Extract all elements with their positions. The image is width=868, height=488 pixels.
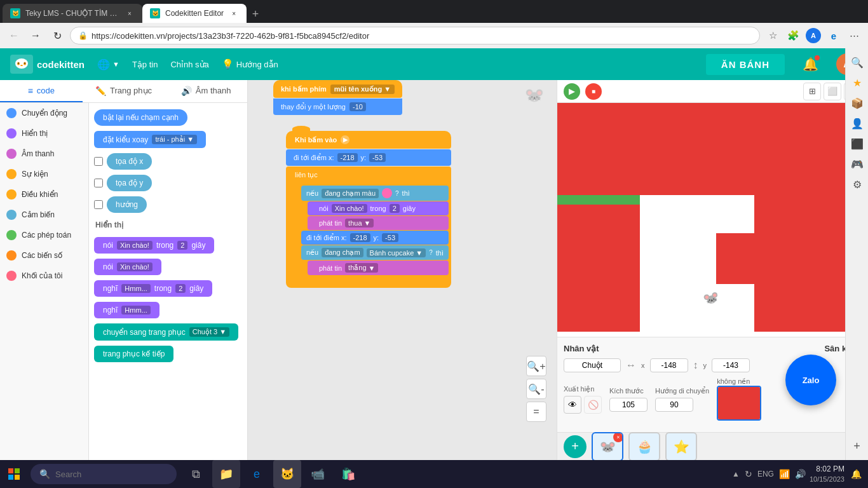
volume-icon[interactable]: 🔊 [795, 469, 806, 479]
category-myblocks[interactable]: Khối của tôi [0, 266, 88, 286]
hidden-icons-btn[interactable]: ▲ [732, 470, 740, 478]
category-motion[interactable]: Chuyển động [0, 103, 88, 123]
block-nghi-trong-giay[interactable]: nghĩ Hmm... trong 2 giây [94, 280, 212, 297]
say-block[interactable]: nói Xin chào! trong 2 giây [308, 201, 449, 215]
notification-center-icon[interactable]: 🔔 [851, 469, 862, 479]
block-noi-trong-giay[interactable]: nói Xin chào! trong 2 giây [94, 237, 214, 254]
notification-button[interactable]: 🔔 [803, 57, 818, 72]
side-icon-favorites[interactable]: ★ [848, 74, 866, 92]
category-control[interactable]: Điều khiển [0, 184, 88, 205]
zoom-in-button[interactable]: 🔍+ [526, 356, 546, 376]
tab-sound[interactable]: 🔊 Âm thanh [165, 80, 247, 102]
event-block-arrow[interactable]: khi bấm phím mũi tên xuống ▼ [273, 80, 402, 98]
tab-codekitten-close[interactable]: × [229, 8, 239, 18]
store-taskbar-button[interactable]: 🛍️ [334, 460, 362, 488]
zoom-out-button[interactable]: 🔍- [526, 379, 546, 399]
motion-block-canvas[interactable]: thay đổi y một lượng -10 [273, 98, 402, 115]
huong-checkbox[interactable] [94, 200, 103, 209]
side-icon-profile[interactable]: 👤 [848, 114, 866, 132]
code-area[interactable]: khi bấm phím mũi tên xuống ▼ thay đổi y … [248, 80, 557, 460]
taskbar-search-input[interactable] [55, 470, 163, 479]
teky-taskbar-button[interactable]: 🐱 [273, 460, 301, 488]
nav-refresh-button[interactable]: ↻ [48, 27, 66, 44]
category-operator[interactable]: Các phép toán [0, 225, 88, 245]
edge-taskbar-button[interactable]: e [243, 460, 271, 488]
toa-do-x-checkbox[interactable] [94, 157, 103, 166]
block-nghi[interactable]: nghĩ Hmm... [94, 302, 159, 318]
tab-codekitten-editor[interactable]: 🐱 Codekitten Editor × [142, 4, 247, 23]
y-input[interactable] [712, 358, 750, 372]
toa-do-y-checkbox[interactable] [94, 179, 103, 187]
category-sound[interactable]: Âm thanh [0, 144, 88, 164]
tab-teky-lms[interactable]: 🐱 Teky LMS - CHUỘT TÌM BÁNH × [3, 4, 142, 23]
side-icon-games[interactable]: 🎮 [848, 155, 866, 173]
stage-thumbnail[interactable] [717, 386, 761, 421]
block-toa-do-x[interactable]: tọa độ x [107, 153, 152, 170]
category-variables[interactable]: Các biến số [0, 245, 88, 266]
block-toa-do-y[interactable]: tọa độ y [107, 175, 152, 191]
start-button[interactable] [0, 460, 28, 488]
block-costume[interactable]: chuyển sang trang phục Chuột 3 ▼ [94, 323, 238, 341]
nav-globe[interactable]: 🌐▼ [97, 58, 119, 71]
category-event[interactable]: Sự kiện [0, 164, 88, 184]
broadcast-thua-block[interactable]: phát tin thua ▼ [308, 216, 449, 230]
taskbar-time[interactable]: 8:02 PM 10/15/2023 [810, 464, 844, 484]
event-click-hat[interactable]: Khi bấm vào ▶ [286, 131, 451, 149]
new-tab-button[interactable]: + [247, 5, 264, 23]
side-icon-search[interactable]: 🔍 [848, 53, 866, 71]
block-bat-lai[interactable]: bật lại nếu chạm cạnh [94, 109, 187, 126]
broadcast-thang-block[interactable]: phát tin thắng ▼ [308, 261, 449, 275]
zalo-button[interactable]: Zalo [785, 355, 836, 405]
wifi-icon[interactable]: 📶 [779, 469, 790, 479]
sprite-delete-1[interactable]: × [613, 432, 623, 442]
view-stage-button[interactable]: ⬜ [824, 83, 841, 100]
extension-button[interactable]: 🧩 [784, 27, 802, 44]
stop-button[interactable]: ■ [585, 83, 602, 100]
nav-huong-dan[interactable]: 💡 Hướng dẫn [222, 58, 278, 70]
profile-icon[interactable]: A [804, 27, 822, 44]
star-button[interactable]: ☆ [764, 27, 782, 44]
block-noi[interactable]: nói Xin chào! [94, 259, 161, 275]
sprite-thumb-1[interactable]: × 🐭 [592, 432, 623, 461]
edge-icon[interactable]: e [825, 27, 843, 44]
ck-logo[interactable]: codekitten [10, 55, 85, 74]
show-btn[interactable]: 👁 [564, 396, 581, 414]
if-cupcake-block[interactable]: nếu đang chạm Bánh cupcake ▼ ? thì [301, 245, 449, 260]
lang-indicator[interactable]: ENG [757, 470, 774, 478]
task-view-button[interactable]: ⧉ [182, 460, 210, 488]
if-color-block[interactable]: nếu đang chạm màu ? thì [301, 186, 449, 201]
block-costume2[interactable]: trang phục kế tiếp [94, 346, 173, 362]
forever-block-top[interactable]: liên tục [286, 166, 451, 183]
sprite-thumb-3[interactable]: ⭐ [665, 432, 697, 461]
nav-tap-tin[interactable]: Tập tin [132, 60, 158, 69]
nav-back-button[interactable]: ← [5, 27, 23, 44]
sprite-thumb-2[interactable]: 🧁 [628, 432, 660, 461]
file-explorer-button[interactable]: 📁 [212, 460, 240, 488]
side-icon-add[interactable]: + [848, 437, 866, 455]
green-flag-button[interactable]: ▶ [564, 83, 580, 100]
side-icon-apps[interactable]: ⬛ [848, 135, 866, 152]
nav-chinh-sua[interactable]: Chỉnh sửa [170, 60, 208, 69]
character-name-input[interactable] [564, 358, 621, 372]
zoom-taskbar-button[interactable]: 📹 [304, 460, 332, 488]
goto-block-1[interactable]: đi tới điểm x: -218 y: -53 [286, 149, 451, 166]
tab-teky-lms-close[interactable]: × [125, 8, 135, 18]
side-icon-settings[interactable]: ⚙ [848, 175, 866, 193]
address-bar[interactable]: 🔒 https://codekitten.vn/projects/13a23b3… [70, 27, 760, 44]
taskbar-search[interactable]: 🔍 [31, 464, 177, 484]
goto-block-2[interactable]: đi tới điểm x: -218 y: -53 [301, 231, 449, 245]
tab-costume[interactable]: ✏️ Trang phục [83, 80, 165, 102]
add-sprite-button[interactable]: + [564, 435, 587, 458]
refresh-icon[interactable]: ↻ [745, 469, 752, 479]
side-icon-collections[interactable]: 📦 [848, 94, 866, 112]
block-huong[interactable]: hướng [107, 196, 147, 213]
size-input[interactable] [609, 398, 648, 412]
category-sensing[interactable]: Cảm biến [0, 205, 88, 225]
hide-btn[interactable]: 🚫 [584, 396, 602, 414]
view-split-button[interactable]: ⊞ [803, 83, 821, 100]
nav-forward-button[interactable]: → [27, 27, 44, 44]
block-dat-kieu[interactable]: đặt kiểu xoay trái - phải ▼ [94, 131, 206, 148]
menu-button[interactable]: ⋯ [845, 27, 863, 44]
category-looks[interactable]: Hiển thị [0, 123, 88, 144]
x-input[interactable] [650, 358, 688, 372]
